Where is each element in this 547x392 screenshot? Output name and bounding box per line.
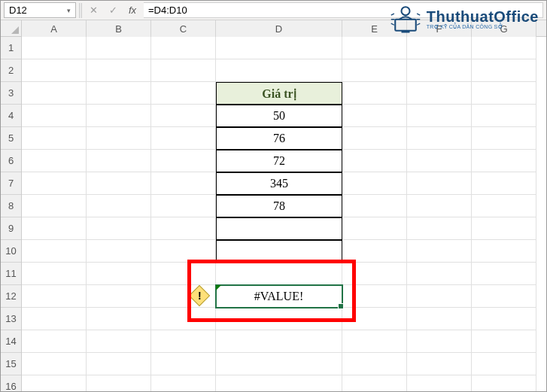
column-header-A[interactable]: A: [22, 20, 87, 37]
cell-A5[interactable]: [22, 127, 87, 150]
cell-F8[interactable]: [407, 195, 472, 217]
cell-C6[interactable]: [151, 150, 216, 172]
cell-E11[interactable]: [342, 263, 407, 285]
worksheet-grid[interactable]: ABCDEFG 12345678910111213141516 Giá trị5…: [1, 20, 546, 391]
cell-A13[interactable]: [22, 308, 87, 330]
cell-D12[interactable]: #VALUE!: [216, 285, 342, 308]
cell-E4[interactable]: [342, 105, 407, 127]
row-header-1[interactable]: 1: [1, 37, 21, 59]
cell-F11[interactable]: [407, 263, 472, 285]
cell-E6[interactable]: [342, 150, 407, 172]
cell-B7[interactable]: [87, 172, 151, 195]
row-header-15[interactable]: 15: [1, 353, 21, 375]
row-headers[interactable]: 12345678910111213141516: [1, 37, 22, 391]
cell-B6[interactable]: [87, 150, 151, 172]
cell-G2[interactable]: [472, 59, 536, 82]
cell-D14[interactable]: [216, 330, 342, 353]
cell-G15[interactable]: [472, 353, 536, 375]
cell-A14[interactable]: [22, 330, 87, 353]
row-header-9[interactable]: 9: [1, 217, 21, 240]
cell-B11[interactable]: [87, 263, 151, 285]
cell-F12[interactable]: [407, 285, 472, 308]
cell-G14[interactable]: [472, 330, 536, 353]
cell-F2[interactable]: [407, 59, 472, 82]
cell-G5[interactable]: [472, 127, 536, 150]
cell-G6[interactable]: [472, 150, 536, 172]
cell-A7[interactable]: [22, 172, 87, 195]
cell-D9[interactable]: [216, 217, 342, 240]
cell-B16[interactable]: [87, 375, 151, 391]
cell-F14[interactable]: [407, 330, 472, 353]
cell-E8[interactable]: [342, 195, 407, 217]
row-header-2[interactable]: 2: [1, 59, 21, 82]
cell-C14[interactable]: [151, 330, 216, 353]
cell-E3[interactable]: [342, 82, 407, 105]
cell-C10[interactable]: [151, 240, 216, 263]
name-box[interactable]: D12 ▾: [4, 2, 76, 18]
cell-F16[interactable]: [407, 375, 472, 391]
cell-D1[interactable]: [216, 37, 342, 59]
row-header-10[interactable]: 10: [1, 240, 21, 263]
cell-E1[interactable]: [342, 37, 407, 59]
cell-D6[interactable]: 72: [216, 150, 342, 172]
row-header-7[interactable]: 7: [1, 172, 21, 195]
cell-E15[interactable]: [342, 353, 407, 375]
row-header-11[interactable]: 11: [1, 263, 21, 285]
cell-F7[interactable]: [407, 172, 472, 195]
cell-F1[interactable]: [407, 37, 472, 59]
cell-E2[interactable]: [342, 59, 407, 82]
cell-A16[interactable]: [22, 375, 87, 391]
cell-A1[interactable]: [22, 37, 87, 59]
cell-G9[interactable]: [472, 217, 536, 240]
cell-C8[interactable]: [151, 195, 216, 217]
row-header-5[interactable]: 5: [1, 127, 21, 150]
cells-area[interactable]: Giá trị50767234578#VALUE!!: [22, 37, 546, 391]
cell-E7[interactable]: [342, 172, 407, 195]
cell-E12[interactable]: [342, 285, 407, 308]
cell-B4[interactable]: [87, 105, 151, 127]
column-header-C[interactable]: C: [151, 20, 216, 37]
cell-E10[interactable]: [342, 240, 407, 263]
cell-D10[interactable]: [216, 240, 342, 263]
enter-button[interactable]: ✓: [105, 3, 121, 18]
select-all-corner[interactable]: [1, 20, 22, 37]
name-box-dropdown-icon[interactable]: ▾: [67, 7, 71, 14]
cell-E9[interactable]: [342, 217, 407, 240]
cell-D3[interactable]: Giá trị: [216, 82, 342, 105]
row-header-16[interactable]: 16: [1, 375, 21, 391]
cell-F15[interactable]: [407, 353, 472, 375]
cell-B8[interactable]: [87, 195, 151, 217]
cell-D4[interactable]: 50: [216, 105, 342, 127]
cell-F5[interactable]: [407, 127, 472, 150]
cell-B13[interactable]: [87, 308, 151, 330]
cell-E5[interactable]: [342, 127, 407, 150]
cell-B5[interactable]: [87, 127, 151, 150]
formula-bar-splitter[interactable]: [79, 3, 82, 18]
column-header-D[interactable]: D: [216, 20, 342, 37]
cell-G16[interactable]: [472, 375, 536, 391]
cell-E16[interactable]: [342, 375, 407, 391]
cell-A10[interactable]: [22, 240, 87, 263]
cell-C5[interactable]: [151, 127, 216, 150]
cell-G8[interactable]: [472, 195, 536, 217]
cell-C9[interactable]: [151, 217, 216, 240]
cell-B14[interactable]: [87, 330, 151, 353]
cell-B15[interactable]: [87, 353, 151, 375]
cell-C16[interactable]: [151, 375, 216, 391]
cell-F4[interactable]: [407, 105, 472, 127]
cell-A15[interactable]: [22, 353, 87, 375]
row-header-4[interactable]: 4: [1, 105, 21, 127]
cell-G13[interactable]: [472, 308, 536, 330]
cell-C2[interactable]: [151, 59, 216, 82]
cell-B9[interactable]: [87, 217, 151, 240]
row-header-6[interactable]: 6: [1, 150, 21, 172]
cell-F13[interactable]: [407, 308, 472, 330]
row-header-14[interactable]: 14: [1, 330, 21, 353]
cell-C4[interactable]: [151, 105, 216, 127]
cell-F3[interactable]: [407, 82, 472, 105]
cell-G7[interactable]: [472, 172, 536, 195]
cell-D11[interactable]: [216, 263, 342, 285]
cell-G3[interactable]: [472, 82, 536, 105]
cell-D15[interactable]: [216, 353, 342, 375]
cell-F9[interactable]: [407, 217, 472, 240]
